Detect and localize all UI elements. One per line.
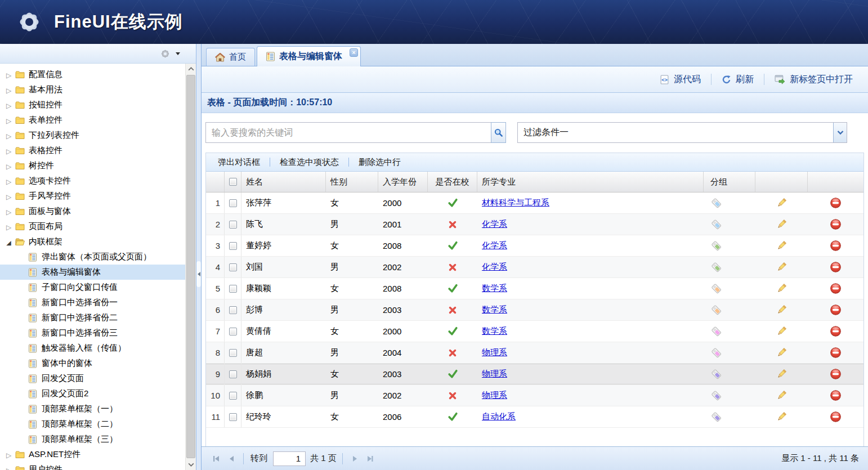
tree-folder-item[interactable]: ▷◢ 基本用法: [0, 82, 185, 97]
edit-button[interactable]: [776, 262, 787, 272]
expand-arrow-icon[interactable]: ▷◢: [4, 100, 14, 110]
checkbox-icon[interactable]: [229, 413, 237, 421]
delete-button[interactable]: [830, 411, 842, 423]
row-select-cell[interactable]: [225, 193, 241, 213]
delete-button[interactable]: [830, 347, 842, 359]
column-header-gender[interactable]: 性别: [326, 172, 378, 192]
edit-button[interactable]: [776, 219, 787, 230]
sidebar-scrollbar[interactable]: [185, 64, 196, 470]
major-link[interactable]: 数学系: [482, 305, 507, 315]
tree-leaf-item[interactable]: 顶部菜单框架（二）: [0, 417, 185, 432]
tree-folder-item[interactable]: ▷◢ 内联框架: [0, 234, 185, 249]
column-header-year[interactable]: 入学年份: [378, 172, 428, 192]
search-button[interactable]: [491, 122, 506, 143]
delete-button[interactable]: [830, 283, 842, 294]
tree-leaf-item[interactable]: 回发父页面: [0, 371, 185, 386]
major-link[interactable]: 化学系: [482, 240, 507, 251]
expand-arrow-icon[interactable]: ▷◢: [4, 450, 14, 459]
expand-arrow-icon[interactable]: ▷◢: [4, 161, 14, 171]
tree-folder-item[interactable]: ▷◢ 用户控件: [0, 462, 185, 470]
checkbox-icon[interactable]: [229, 370, 237, 378]
tree-leaf-item[interactable]: 回发父页面2: [0, 386, 185, 401]
row-select-cell[interactable]: [225, 321, 241, 342]
header-select-all[interactable]: [225, 172, 241, 192]
tree-leaf-item[interactable]: 触发器输入框（传值）: [0, 341, 185, 356]
edit-button[interactable]: [776, 240, 787, 251]
row-select-cell[interactable]: [225, 278, 241, 299]
edit-button[interactable]: [776, 198, 787, 208]
next-page-button[interactable]: [347, 451, 363, 466]
expand-arrow-icon[interactable]: ▷◢: [4, 176, 14, 186]
row-select-cell[interactable]: [225, 235, 241, 256]
checkbox-icon[interactable]: [229, 178, 237, 186]
major-link[interactable]: 化学系: [482, 219, 507, 230]
expand-arrow-icon[interactable]: ▷◢: [4, 70, 14, 79]
tab-grid-edit-window[interactable]: 表格与编辑窗体 ×: [257, 46, 361, 66]
edit-button[interactable]: [776, 347, 787, 358]
tree-leaf-item[interactable]: 新窗口中选择省份二: [0, 310, 185, 325]
tree-folder-item[interactable]: ▷◢ 手风琴控件: [0, 189, 185, 204]
delete-button[interactable]: [830, 197, 842, 209]
scroll-up-icon[interactable]: [186, 64, 196, 74]
open-new-tab-button[interactable]: 新标签页中打开: [766, 74, 861, 86]
tree-leaf-item[interactable]: 顶部菜单框架（三）: [0, 432, 185, 447]
source-code-button[interactable]: <> 源代码: [651, 74, 709, 86]
row-select-cell[interactable]: [225, 299, 241, 320]
edit-button[interactable]: [776, 326, 787, 337]
column-header-group[interactable]: 分组: [704, 172, 755, 192]
column-header-name[interactable]: 姓名: [241, 172, 326, 192]
tab-close-icon[interactable]: ×: [350, 48, 358, 57]
checkbox-icon[interactable]: [229, 349, 237, 357]
check-selection-button[interactable]: 检查选中项状态: [270, 157, 348, 168]
expand-arrow-icon[interactable]: ▷◢: [4, 85, 14, 95]
edit-button[interactable]: [776, 369, 787, 379]
expand-arrow-icon[interactable]: ▷◢: [4, 191, 14, 201]
expand-arrow-icon[interactable]: ▷◢: [4, 115, 14, 125]
delete-button[interactable]: [830, 218, 842, 230]
settings-caret-icon[interactable]: [176, 52, 180, 55]
expand-arrow-icon[interactable]: ▷◢: [4, 222, 14, 231]
row-select-cell[interactable]: [225, 342, 241, 363]
tree-folder-item[interactable]: ▷◢ 表格控件: [0, 143, 185, 158]
major-link[interactable]: 自动化系: [482, 411, 516, 422]
tree-folder-item[interactable]: ▷◢ 按钮控件: [0, 97, 185, 113]
dropdown-trigger[interactable]: [833, 123, 847, 142]
tab-home[interactable]: 首页: [206, 48, 255, 66]
search-input[interactable]: [205, 122, 491, 143]
page-number-input[interactable]: [273, 451, 306, 466]
checkbox-icon[interactable]: [229, 199, 237, 207]
tree-leaf-item[interactable]: 新窗口中选择省份三: [0, 325, 185, 341]
open-dialog-button[interactable]: 弹出对话框: [208, 157, 270, 168]
edit-button[interactable]: [776, 390, 787, 401]
row-select-cell[interactable]: [225, 214, 241, 235]
row-select-cell[interactable]: [225, 406, 241, 427]
checkbox-icon[interactable]: [229, 392, 237, 400]
expand-arrow-icon[interactable]: ▷◢: [4, 465, 14, 470]
column-header-major[interactable]: 所学专业: [477, 172, 704, 192]
prev-page-button[interactable]: [223, 451, 239, 466]
delete-button[interactable]: [830, 325, 842, 337]
tree-folder-item[interactable]: ▷◢ 树控件: [0, 158, 185, 173]
tree-leaf-item[interactable]: 表格与编辑窗体: [0, 265, 185, 280]
tree-folder-item[interactable]: ▷◢ 面板与窗体: [0, 204, 185, 219]
row-select-cell[interactable]: [225, 257, 241, 277]
column-header-atschool[interactable]: 是否在校: [428, 172, 477, 192]
row-select-cell[interactable]: [225, 385, 241, 406]
delete-button[interactable]: [830, 390, 842, 401]
checkbox-icon[interactable]: [229, 328, 237, 335]
edit-button[interactable]: [776, 283, 787, 294]
delete-button[interactable]: [830, 240, 842, 252]
expand-arrow-icon[interactable]: ▷◢: [4, 207, 14, 216]
major-link[interactable]: 物理系: [482, 369, 507, 379]
scrollbar-thumb[interactable]: [186, 75, 195, 458]
first-page-button[interactable]: [208, 451, 223, 466]
last-page-button[interactable]: [363, 451, 378, 466]
tree-leaf-item[interactable]: 顶部菜单框架（一）: [0, 401, 185, 417]
tree-leaf-item[interactable]: 新窗口中选择省份一: [0, 295, 185, 310]
sidebar-splitter[interactable]: [196, 44, 201, 470]
tree-folder-item[interactable]: ▷◢ ASP.NET控件: [0, 447, 185, 462]
checkbox-icon[interactable]: [229, 285, 237, 293]
tree-folder-item[interactable]: ▷◢ 表单控件: [0, 113, 185, 128]
filter-dropdown[interactable]: 过滤条件一: [517, 122, 847, 143]
major-link[interactable]: 物理系: [482, 347, 507, 358]
